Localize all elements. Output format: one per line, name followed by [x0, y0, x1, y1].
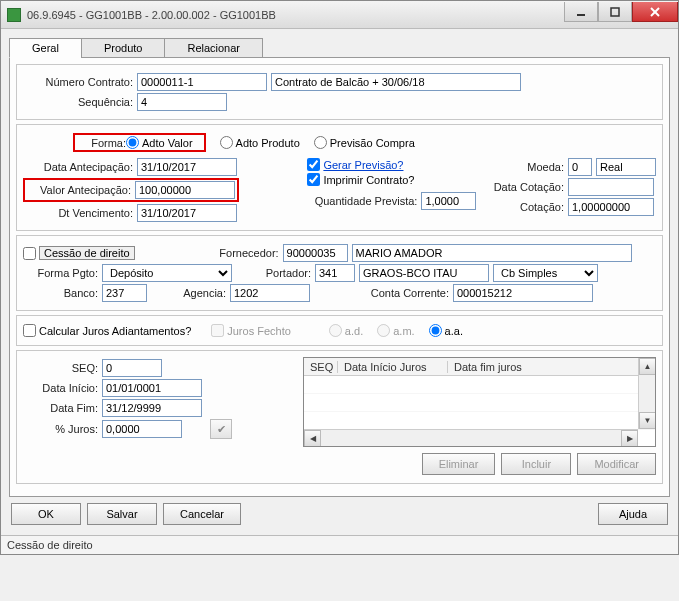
- group-juros-detail: SEQ: Data Início: Data Fim: % Juros: ✔ S…: [16, 350, 663, 484]
- banco-label: Banco:: [23, 287, 98, 299]
- tab-relacionar[interactable]: Relacionar: [164, 38, 263, 58]
- check-imprimir-contrato[interactable]: Imprimir Contrato?: [307, 173, 414, 186]
- scroll-left-icon[interactable]: ◀: [304, 430, 321, 447]
- radio-am: a.m.: [377, 324, 414, 337]
- dt-venc-label: Dt Vencimento:: [23, 207, 133, 219]
- dt-venc-field[interactable]: [137, 204, 237, 222]
- grid-hscroll[interactable]: ◀▶: [304, 429, 638, 446]
- data-fim-field[interactable]: [102, 399, 202, 417]
- group-juros-opts: Calcular Juros Adiantamentos? Juros Fech…: [16, 315, 663, 346]
- seq-field[interactable]: [102, 359, 162, 377]
- desc-contrato-field[interactable]: [271, 73, 521, 91]
- numero-contrato-label: Número Contrato:: [23, 76, 133, 88]
- minimize-button[interactable]: [564, 2, 598, 22]
- group-antecipacao: Forma: Adto Valor Adto Produto Previsão …: [16, 124, 663, 231]
- scroll-down-icon[interactable]: ▼: [639, 412, 656, 429]
- ajuda-button[interactable]: Ajuda: [598, 503, 668, 525]
- moeda-label: Moeda:: [492, 161, 564, 173]
- data-antec-field[interactable]: [137, 158, 237, 176]
- ok-button[interactable]: OK: [11, 503, 81, 525]
- status-bar: Cessão de direito: [1, 535, 678, 554]
- window-title: 06.9.6945 - GG1001BB - 2.00.00.002 - GG1…: [27, 9, 564, 21]
- incluir-button: Incluir: [501, 453, 571, 475]
- fornecedor-label: Fornecedor:: [179, 247, 279, 259]
- check-calc-juros[interactable]: Calcular Juros Adiantamentos?: [23, 324, 191, 337]
- salvar-button[interactable]: Salvar: [87, 503, 157, 525]
- scroll-right-icon[interactable]: ▶: [621, 430, 638, 447]
- moeda-desc-field[interactable]: [596, 158, 656, 176]
- moeda-field[interactable]: [568, 158, 592, 176]
- conta-corrente-field[interactable]: [453, 284, 593, 302]
- valor-antec-label: Valor Antecipação:: [27, 184, 131, 196]
- cb-simples-select[interactable]: Cb Simples: [493, 264, 598, 282]
- check-gerar-previsao[interactable]: Gerar Previsão?: [307, 158, 403, 171]
- tab-panel: Número Contrato: Sequência: Forma: Adto …: [9, 57, 670, 497]
- radio-aa[interactable]: a.a.: [429, 324, 463, 337]
- grid-col-fim: Data fim juros: [448, 361, 655, 373]
- tab-produto[interactable]: Produto: [81, 38, 166, 58]
- sequencia-label: Sequência:: [23, 96, 133, 108]
- forma-pgto-select[interactable]: Depósito: [102, 264, 232, 282]
- data-cot-label: Data Cotação:: [492, 181, 564, 193]
- confirm-icon-button[interactable]: ✔: [210, 419, 232, 439]
- app-window: 06.9.6945 - GG1001BB - 2.00.00.002 - GG1…: [0, 0, 679, 555]
- sequencia-field[interactable]: [137, 93, 227, 111]
- radio-ad: a.d.: [329, 324, 363, 337]
- group-contrato: Número Contrato: Sequência:: [16, 64, 663, 120]
- check-juros-fechto: Juros Fechto: [211, 324, 291, 337]
- close-button[interactable]: [632, 2, 678, 22]
- valor-antec-field[interactable]: [135, 181, 235, 199]
- numero-contrato-field[interactable]: [137, 73, 267, 91]
- check-cessao-direito[interactable]: Cessão de direito: [23, 246, 135, 260]
- agencia-label: Agencia:: [151, 287, 226, 299]
- grid-vscroll[interactable]: ▲▼: [638, 358, 655, 429]
- group-fornecedor: Cessão de direito Fornecedor: Forma Pgto…: [16, 235, 663, 311]
- radio-adto-produto[interactable]: Adto Produto: [220, 136, 300, 149]
- cotacao-label: Cotação:: [492, 201, 564, 213]
- fornecedor-cod-field[interactable]: [283, 244, 348, 262]
- grid-col-seq: SEQ: [304, 361, 338, 373]
- portador-nome-field[interactable]: [359, 264, 489, 282]
- data-inicio-field[interactable]: [102, 379, 202, 397]
- banco-field[interactable]: [102, 284, 147, 302]
- qtd-prev-label: Quantidade Prevista:: [307, 195, 417, 207]
- qtd-prev-field[interactable]: [421, 192, 476, 210]
- scroll-up-icon[interactable]: ▲: [639, 358, 656, 375]
- forma-pgto-label: Forma Pgto:: [23, 267, 98, 279]
- fornecedor-nome-field[interactable]: [352, 244, 632, 262]
- data-cot-field[interactable]: [568, 178, 654, 196]
- grid-body: [304, 376, 655, 430]
- eliminar-button: Eliminar: [422, 453, 496, 475]
- radio-adto-valor[interactable]: Adto Valor: [126, 136, 193, 149]
- radio-previsao-compra[interactable]: Previsão Compra: [314, 136, 415, 149]
- grid-col-inicio: Data Início Juros: [338, 361, 448, 373]
- portador-label: Portador:: [236, 267, 311, 279]
- maximize-button[interactable]: [598, 2, 632, 22]
- data-fim-label: Data Fim:: [23, 402, 98, 414]
- modificar-button: Modificar: [577, 453, 656, 475]
- cancelar-button[interactable]: Cancelar: [163, 503, 241, 525]
- titlebar: 06.9.6945 - GG1001BB - 2.00.00.002 - GG1…: [1, 1, 678, 29]
- cotacao-field[interactable]: [568, 198, 654, 216]
- data-inicio-label: Data Início:: [23, 382, 98, 394]
- svg-rect-1: [611, 8, 619, 16]
- pct-juros-field[interactable]: [102, 420, 182, 438]
- conta-corrente-label: Conta Corrente:: [314, 287, 449, 299]
- portador-cod-field[interactable]: [315, 264, 355, 282]
- app-icon: [7, 8, 21, 22]
- tab-geral[interactable]: Geral: [9, 38, 82, 58]
- juros-grid[interactable]: SEQ Data Início Juros Data fim juros ▲▼ …: [303, 357, 656, 447]
- forma-label: Forma:: [76, 137, 126, 149]
- pct-juros-label: % Juros:: [23, 423, 98, 435]
- data-antec-label: Data Antecipação:: [23, 161, 133, 173]
- agencia-field[interactable]: [230, 284, 310, 302]
- seq-label: SEQ:: [23, 362, 98, 374]
